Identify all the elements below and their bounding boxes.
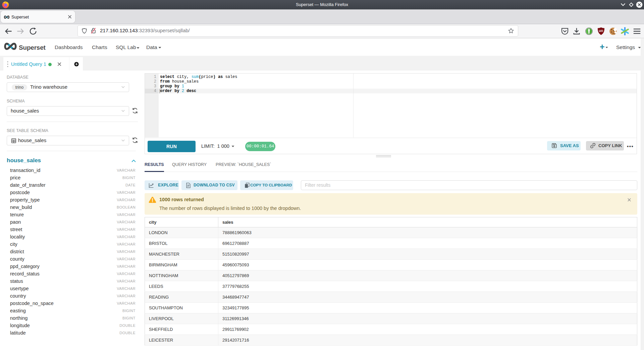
svg-text:UO: UO xyxy=(599,30,603,33)
